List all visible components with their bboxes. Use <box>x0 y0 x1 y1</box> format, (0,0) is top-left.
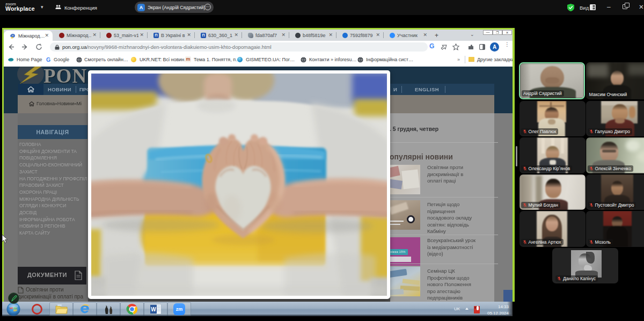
svg-text:W: W <box>151 307 156 312</box>
